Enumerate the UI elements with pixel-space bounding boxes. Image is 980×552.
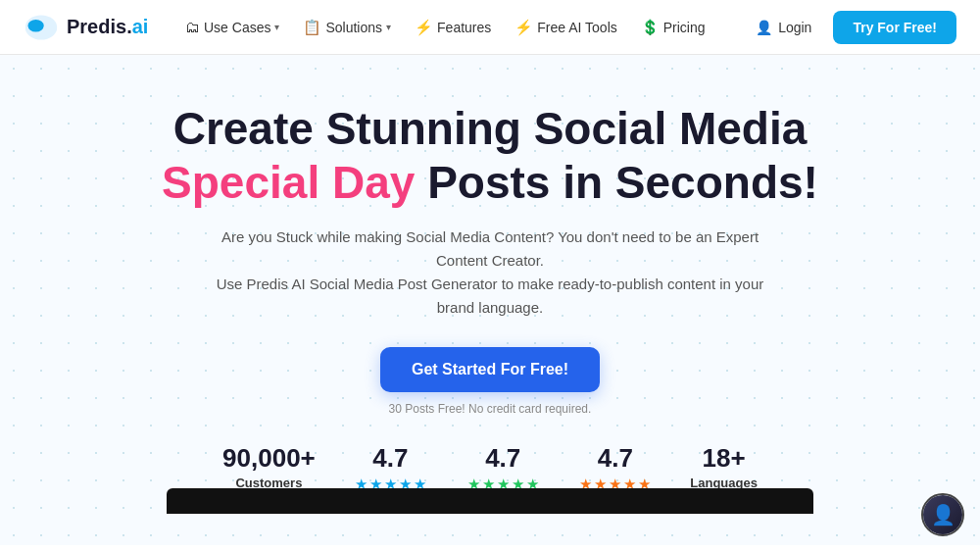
languages-value: 18+ bbox=[690, 443, 758, 474]
get-started-button[interactable]: Get Started For Free! bbox=[380, 347, 600, 392]
navbar: Predis.ai 🗂 Use Cases ▾ 📋 Solutions ▾ ⚡ … bbox=[0, 0, 980, 55]
trustpilot-value: 4.7 bbox=[466, 443, 540, 474]
hero-content: Create Stunning Social Media Special Day… bbox=[20, 102, 960, 514]
free-ai-tools-icon: ⚡ bbox=[514, 19, 533, 36]
login-icon: 👤 bbox=[756, 20, 772, 35]
chevron-down-icon: ▾ bbox=[386, 22, 391, 32]
nav-solutions[interactable]: 📋 Solutions ▾ bbox=[293, 13, 401, 42]
customers-value: 90,000+ bbox=[222, 443, 316, 474]
nav-pricing[interactable]: 💲 Pricing bbox=[631, 13, 715, 42]
pricing-icon: 💲 bbox=[641, 19, 660, 36]
hero-section: Create Stunning Social Media Special Day… bbox=[0, 55, 980, 545]
solutions-icon: 📋 bbox=[303, 19, 321, 36]
nav-features[interactable]: ⚡ Features bbox=[405, 13, 501, 42]
use-cases-icon: 🗂 bbox=[185, 19, 200, 35]
try-for-free-button[interactable]: Try For Free! bbox=[833, 11, 956, 44]
video-preview-bar bbox=[167, 488, 813, 514]
nav-links: 🗂 Use Cases ▾ 📋 Solutions ▾ ⚡ Features ⚡… bbox=[175, 13, 715, 42]
nav-use-cases[interactable]: 🗂 Use Cases ▾ bbox=[175, 13, 289, 41]
svg-point-1 bbox=[28, 19, 44, 31]
chevron-down-icon: ▾ bbox=[274, 22, 279, 32]
features-icon: ⚡ bbox=[415, 19, 433, 36]
nav-actions: 👤 Login Try For Free! bbox=[742, 11, 956, 44]
capterra-value: 4.7 bbox=[355, 443, 426, 474]
logo-text: Predis.ai bbox=[67, 16, 148, 38]
g2-value: 4.7 bbox=[579, 443, 651, 474]
nav-free-ai-tools[interactable]: ⚡ Free AI Tools bbox=[505, 13, 626, 42]
hero-title: Create Stunning Social Media Special Day… bbox=[147, 102, 833, 210]
hero-subtitle: Are you Stuck while making Social Media … bbox=[216, 226, 764, 320]
logo[interactable]: Predis.ai bbox=[24, 10, 148, 45]
login-button[interactable]: 👤 Login bbox=[742, 13, 825, 42]
cta-note: 30 Posts Free! No credit card required. bbox=[20, 402, 960, 416]
